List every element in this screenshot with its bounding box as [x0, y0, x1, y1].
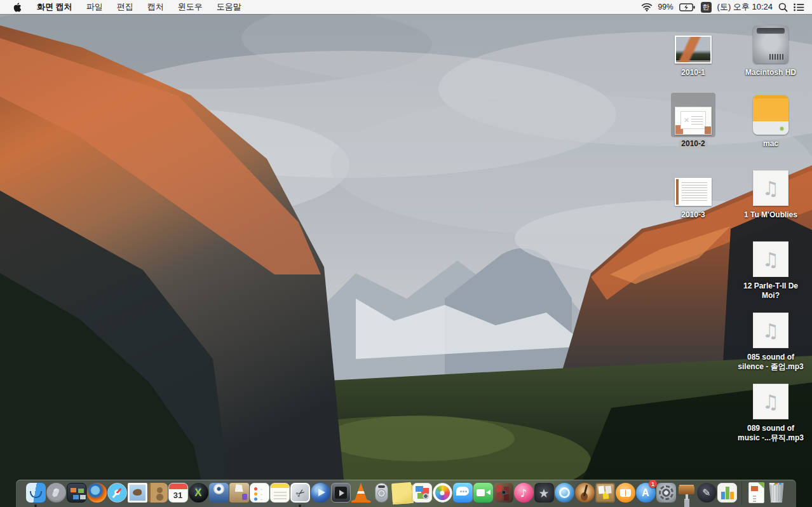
dock-toast[interactable] — [208, 481, 229, 504]
dock-app-icon — [616, 483, 635, 503]
dock-app-icon — [46, 483, 66, 503]
menubar-menu[interactable]: 편집 — [110, 1, 140, 13]
dock-app-icon — [209, 483, 229, 503]
dock-app-icon — [697, 483, 717, 503]
desktop-icon-parle-t-il-de-moi[interactable]: 12 Parle-T-Il De Moi? — [734, 235, 808, 301]
dock-app-icon — [67, 483, 86, 503]
menu-app-name[interactable]: 화면 캡처 — [30, 1, 79, 13]
dock-finder[interactable] — [25, 481, 46, 504]
menubar-menu[interactable]: 파일 — [79, 1, 110, 13]
file-icon — [675, 107, 712, 135]
dock-app-icon — [87, 483, 107, 503]
desktop-icon-2010-3[interactable]: 2010-3 — [656, 164, 730, 220]
spotlight-icon[interactable] — [778, 3, 788, 12]
dock-app-icon — [128, 483, 147, 503]
file-icon — [675, 178, 712, 206]
desktop-icon-label: Macintosh HD — [743, 68, 799, 78]
dock-vlc[interactable] — [351, 481, 371, 504]
dock-separator[interactable] — [737, 481, 746, 504]
dock-stuffit-expander[interactable] — [229, 481, 249, 504]
menubar-menu[interactable]: 도움말 — [210, 1, 248, 13]
dock-safari[interactable] — [107, 481, 127, 504]
dock-pages[interactable] — [696, 481, 717, 504]
dock-trash[interactable] — [766, 481, 787, 504]
dock-app-icon — [555, 483, 574, 503]
desktop-icon-tu-moublies[interactable]: 1 Tu M'Oublies — [734, 164, 808, 220]
dock-app-icon — [741, 482, 742, 504]
desktop-icon-label: 12 Parle-T-Il De Moi? — [734, 281, 807, 301]
dock-mail[interactable] — [127, 481, 147, 504]
dock-idvd[interactable] — [554, 481, 574, 504]
notification-center-icon[interactable] — [794, 3, 804, 11]
desktop-icon-label: 2010-3 — [679, 210, 707, 220]
dock-messages[interactable] — [452, 481, 473, 504]
menu-bar: 화면 캡처 파일 편집 캡처 윈도우 도움말 99% — [0, 0, 812, 14]
dock-app-icon — [656, 483, 676, 503]
dock-app-icon — [229, 483, 249, 503]
dock-app-icon — [107, 483, 127, 503]
dock-firefox[interactable] — [86, 481, 107, 504]
dock-app-icon — [677, 483, 696, 503]
dock-keynote[interactable] — [676, 481, 696, 504]
dock-downloads-stack[interactable] — [746, 481, 766, 504]
dock-media-player-blue[interactable] — [310, 481, 330, 504]
desktop-icon-sound-of-music[interactable]: 089 sound of music -...뮤직.mp3 — [734, 377, 808, 443]
dock-photos[interactable] — [432, 481, 452, 504]
dock-app-icon — [270, 483, 290, 503]
dock-facetime[interactable] — [473, 481, 493, 504]
dock-calendar[interactable]: 31 — [168, 481, 188, 504]
input-source-badge[interactable]: 한 — [701, 2, 712, 13]
dock-numbers[interactable] — [717, 481, 737, 504]
dock-mission-control[interactable] — [66, 481, 86, 504]
dock-launchpad[interactable] — [46, 481, 66, 504]
dock-app-icon — [351, 483, 371, 503]
desktop-icon-sound-of-silence[interactable]: 085 sound of silence - 졸업.mp3 — [734, 306, 808, 372]
dock-itunes[interactable] — [513, 481, 534, 504]
file-icon — [753, 25, 788, 64]
notification-badge: 1 — [649, 480, 657, 488]
dock-photo-booth[interactable] — [493, 481, 513, 504]
dock-ibooks[interactable] — [615, 481, 635, 504]
desktop-icon-2010-2[interactable]: 2010-2 — [656, 93, 730, 149]
dock-app-icon — [375, 483, 388, 503]
dock-pinboard[interactable] — [595, 481, 615, 504]
running-indicator — [299, 504, 301, 507]
desktop-icon-2010-1[interactable]: 2010-1 — [656, 22, 730, 78]
dock-imovie[interactable] — [534, 481, 554, 504]
menu-bar-clock[interactable]: (토) 오후 10:24 — [717, 1, 773, 13]
dock-media-player-dark[interactable] — [330, 481, 351, 504]
wifi-icon[interactable] — [641, 3, 653, 11]
apple-menu[interactable] — [0, 3, 30, 12]
desktop-icon-label: 089 sound of music -...뮤직.mp3 — [734, 424, 807, 443]
dock-app-icon — [391, 482, 412, 503]
menubar-menu[interactable]: 캡처 — [140, 1, 171, 13]
dock-grab[interactable] — [290, 481, 310, 504]
apple-logo-icon — [13, 3, 21, 12]
dock-dvd-player[interactable] — [371, 481, 391, 504]
running-indicator — [34, 504, 37, 507]
dock-app-icon — [748, 482, 764, 503]
dock-reminders[interactable] — [249, 481, 269, 504]
dock-app-store[interactable]: 1 — [635, 481, 656, 504]
menubar-menu[interactable]: 윈도우 — [171, 1, 210, 13]
desktop-icon-mac[interactable]: mac — [734, 93, 808, 149]
battery-charging-icon[interactable] — [679, 3, 695, 11]
dock-stickies[interactable] — [391, 481, 412, 504]
dock-app-icon — [189, 483, 208, 503]
dock-image-capture[interactable] — [412, 481, 432, 504]
dock-notes[interactable] — [269, 481, 290, 504]
dock-contacts[interactable] — [147, 481, 168, 504]
dock-app-icon — [311, 483, 330, 503]
file-icon — [753, 384, 788, 419]
battery-percent[interactable]: 99% — [658, 3, 673, 11]
desktop: 화면 캡처 파일 편집 캡처 윈도우 도움말 99% — [0, 0, 812, 507]
desktop-icon-macintosh-hd[interactable]: Macintosh HD — [734, 22, 808, 78]
dock-app-icon — [514, 483, 534, 503]
dock-system-preferences[interactable] — [656, 481, 676, 504]
dock-garageband[interactable] — [574, 481, 595, 504]
dock-app-icon — [250, 483, 269, 503]
dock-x-app[interactable] — [188, 481, 208, 504]
app-menus: 화면 캡처 파일 편집 캡처 윈도우 도움말 — [0, 0, 248, 14]
desktop-icon-label: 2010-2 — [679, 139, 707, 149]
dock-app-icon — [717, 483, 737, 503]
